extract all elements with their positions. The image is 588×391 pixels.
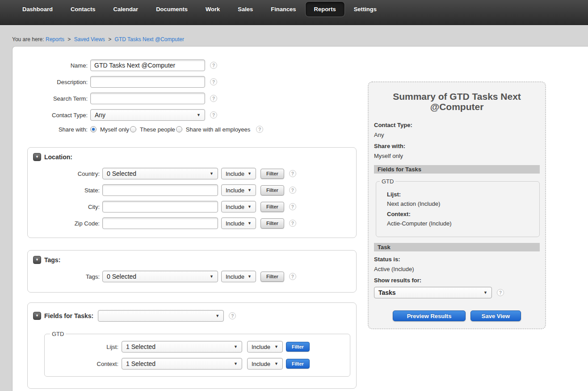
help-icon[interactable]: ? [289,187,296,194]
summary-status-label: Status is: [374,256,540,263]
breadcrumb: You are here: Reports > Saved Views > GT… [0,26,588,46]
collapse-tags-button[interactable]: ▼ [33,256,41,264]
tags-select[interactable]: 0 Selected ▼ [102,271,218,282]
state-input[interactable] [102,184,218,196]
tags-filter-button[interactable]: Filter [260,272,284,282]
top-navigation: Dashboard Contacts Calendar Documents Wo… [0,0,588,25]
breadcrumb-link-view-name[interactable]: GTD Tasks Next @Computer [115,36,184,42]
help-icon[interactable]: ? [289,273,296,280]
context-select[interactable]: 1 Selected ▼ [122,358,242,370]
nav-tab-work[interactable]: Work [197,1,229,17]
radio-these-people[interactable] [130,126,136,132]
contact-type-select[interactable]: Any ▼ [90,109,205,121]
radio-myself-only[interactable] [90,126,97,132]
collapse-location-button[interactable]: ▼ [33,153,41,161]
name-input[interactable] [90,60,205,71]
description-label: Description: [13,79,88,85]
city-filter-button[interactable]: Filter [260,202,284,212]
nav-tab-calendar[interactable]: Calendar [105,1,147,17]
location-section-header: ▼ Location: [33,153,351,161]
lijst-include-value: Include [252,344,270,350]
country-select-value: 0 Selected [107,170,136,177]
country-include-select[interactable]: Include ▼ [221,168,256,179]
zip-include-select[interactable]: Include ▼ [221,217,256,229]
radio-all-employees-label[interactable]: Share with all employees [186,126,251,133]
context-filter-button[interactable]: Filter [286,359,310,369]
chevron-down-icon: ▼ [248,204,252,209]
radio-all-employees[interactable] [176,126,182,132]
help-icon[interactable]: ? [210,62,217,69]
collapse-fields-button[interactable]: ▼ [33,312,41,320]
nav-tab-settings[interactable]: Settings [345,1,386,17]
gtd-fieldset: GTD Lijst: 1 Selected ▼ Include ▼ Filter… [44,331,350,377]
show-results-select[interactable]: Tasks ▼ [374,287,492,298]
summary-gtd-fieldset: GTD Lijst: Next action (Include) Context… [376,178,540,237]
zip-filter-button[interactable]: Filter [260,218,284,229]
summary-lijst-label: Lijst: [387,191,539,198]
radio-these-people-label[interactable]: These people [140,126,175,133]
summary-gtd-items: Lijst: Next action (Include) Context: Ac… [376,185,539,227]
search-term-label: Search Term: [13,95,88,102]
preview-results-button[interactable]: Preview Results [393,310,466,321]
breadcrumb-link-reports[interactable]: Reports [46,36,64,42]
tags-row: Tags: 0 Selected ▼ Include ▼ Filter ? [33,271,351,282]
summary-share-with-label: Share with: [374,143,540,149]
save-view-button[interactable]: Save View [470,310,521,321]
chevron-down-icon: ▼ [274,344,278,349]
chevron-down-icon: ▼ [197,113,201,117]
nav-tab-reports[interactable]: Reports [305,1,345,17]
tags-include-value: Include [226,273,244,280]
lijst-filter-button[interactable]: Filter [286,342,310,352]
breadcrumb-prefix: You are here: [12,36,44,42]
context-include-value: Include [252,361,270,367]
location-section: ▼ Location: Country: 0 Selected ▼ Includ… [27,147,357,238]
summary-task-bar: Task [374,243,540,251]
breadcrumb-separator: > [108,36,111,42]
summary-contact-type-value: Any [374,132,540,138]
state-filter-button[interactable]: Filter [260,185,284,196]
context-include-select[interactable]: Include ▼ [247,358,283,370]
lijst-row: Lijst: 1 Selected ▼ Include ▼ Filter [45,341,350,353]
tags-label: Tags: [33,273,100,280]
help-icon[interactable]: ? [289,203,296,210]
help-icon[interactable]: ? [289,220,296,227]
city-include-select[interactable]: Include ▼ [221,201,256,212]
fields-header-select[interactable]: ▼ [98,310,224,322]
tags-include-select[interactable]: Include ▼ [221,271,256,282]
chevron-down-icon: ▼ [483,290,487,295]
search-term-input[interactable] [90,93,205,104]
radio-myself-only-label[interactable]: Myself only [100,126,129,133]
summary-show-results-label: Show results for: [374,277,540,284]
breadcrumb-link-saved-views[interactable]: Saved Views [74,36,105,42]
help-icon[interactable]: ? [229,312,236,319]
help-icon[interactable]: ? [210,111,217,119]
summary-contact-type-label: Contact Type: [374,122,540,128]
nav-tab-dashboard[interactable]: Dashboard [13,1,62,17]
name-row: Name: ? [13,60,588,71]
lijst-select[interactable]: 1 Selected ▼ [122,341,242,353]
help-icon[interactable]: ? [210,78,217,85]
nav-tab-sales[interactable]: Sales [229,1,262,17]
chevron-down-icon: ▼ [234,344,238,349]
nav-tab-finances[interactable]: Finances [262,1,305,17]
city-input[interactable] [102,201,218,212]
location-rows: Country: 0 Selected ▼ Include ▼ Filter ?… [33,168,351,229]
nav-tab-contacts[interactable]: Contacts [62,1,105,17]
state-include-select[interactable]: Include ▼ [221,184,256,196]
country-filter-button[interactable]: Filter [260,169,284,179]
summary-body: Contact Type: Any Share with: Myself onl… [369,112,545,321]
country-select[interactable]: 0 Selected ▼ [102,168,218,179]
nav-tab-documents[interactable]: Documents [147,1,197,17]
help-icon[interactable]: ? [289,170,296,177]
chevron-down-icon: ▼ [210,274,214,279]
location-section-title: Location: [44,153,72,161]
zip-code-input[interactable] [102,217,218,229]
lijst-include-select[interactable]: Include ▼ [247,341,283,353]
help-icon[interactable]: ? [497,289,504,296]
description-input[interactable] [90,76,205,88]
help-icon[interactable]: ? [210,95,217,102]
share-with-label: Share with: [13,126,88,133]
contact-type-value: Any [95,111,105,119]
summary-gtd-legend: GTD [380,178,395,185]
help-icon[interactable]: ? [256,126,263,133]
